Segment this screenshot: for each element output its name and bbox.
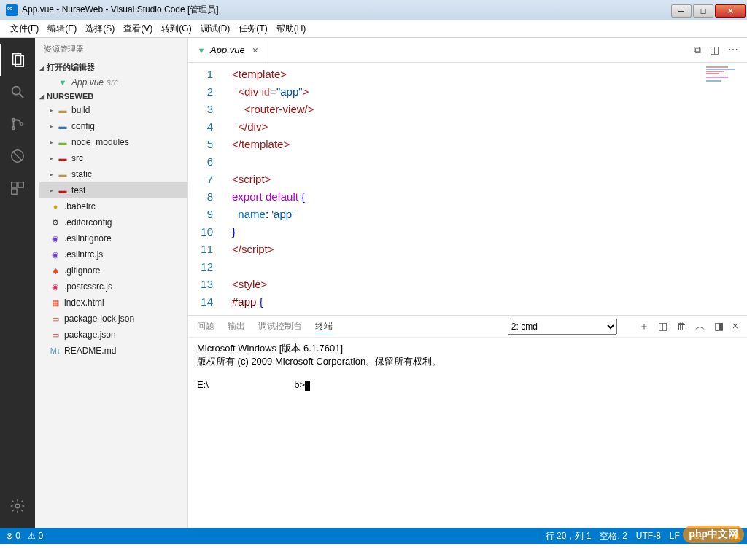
file-icon: ●	[50, 201, 61, 211]
editor-area: ▼ App.vue × ⧉ ◫ ⋯ 1234567891011121314 <t…	[188, 38, 747, 528]
vue-file-icon: ▼	[196, 45, 207, 55]
panel-tab-problems[interactable]: 问题	[197, 320, 214, 332]
file-package-lock[interactable]: ▭package-lock.json	[39, 311, 187, 327]
file-icon: ◉	[50, 233, 61, 244]
status-indent[interactable]: 空格: 2	[600, 530, 627, 542]
file-package[interactable]: ▭package.json	[39, 327, 187, 343]
svg-point-12	[15, 504, 20, 508]
menu-file[interactable]: 文件(F)	[6, 21, 43, 36]
vscode-icon	[6, 4, 18, 16]
terminal-cursor	[305, 381, 310, 391]
file-icon: ⚙	[50, 217, 61, 228]
bottom-panel: 问题 输出 调试控制台 终端 2: cmd ＋ ◫ 🗑 ︿ ◨ × Micros…	[188, 315, 747, 528]
svg-rect-11	[12, 189, 17, 194]
file-icon: ▭	[50, 314, 61, 324]
panel-tab-debug-console[interactable]: 调试控制台	[258, 320, 302, 332]
folder-node-modules[interactable]: ▸▬node_modules	[39, 134, 187, 150]
menu-view[interactable]: 查看(V)	[119, 21, 157, 36]
svg-line-8	[13, 152, 23, 161]
file-postcssrc[interactable]: ◉.postcssrc.js	[39, 279, 187, 295]
folder-icon: ▬	[57, 121, 69, 131]
file-icon: ▭	[50, 330, 61, 340]
status-warnings[interactable]: ⚠ 0	[28, 531, 43, 541]
folder-test[interactable]: ▸▬test	[39, 182, 187, 198]
folder-config[interactable]: ▸▬config	[39, 118, 187, 134]
status-eol[interactable]: LF	[670, 531, 680, 541]
svg-point-4	[12, 119, 15, 122]
open-editor-item[interactable]: ▼ App.vue src	[39, 74, 187, 90]
settings-gear-icon[interactable]	[0, 490, 35, 522]
file-editorconfig[interactable]: ⚙.editorconfig	[39, 214, 187, 230]
maximize-button[interactable]: □	[693, 4, 713, 18]
svg-point-2	[12, 87, 20, 95]
kill-terminal-icon[interactable]: 🗑	[676, 320, 686, 333]
line-gutter: 1234567891011121314	[188, 63, 225, 315]
explorer-icon[interactable]	[0, 44, 35, 76]
status-line-col[interactable]: 行 20，列 1	[546, 530, 592, 542]
code-editor[interactable]: 1234567891011121314 <template> <div id="…	[188, 63, 747, 315]
tab-label: App.vue	[210, 44, 245, 55]
extensions-icon[interactable]	[0, 172, 35, 204]
toggle-panel-icon[interactable]: ◨	[714, 320, 724, 333]
file-eslintrc[interactable]: ◉.eslintrc.js	[39, 246, 187, 262]
git-icon[interactable]	[0, 108, 35, 140]
editor-tabs: ▼ App.vue × ⧉ ◫ ⋯	[188, 38, 747, 63]
split-terminal-icon[interactable]: ◫	[658, 320, 667, 333]
maximize-panel-icon[interactable]: ︿	[695, 320, 705, 333]
file-index-html[interactable]: ▦index.html	[39, 295, 187, 311]
panel-tab-terminal[interactable]: 终端	[315, 320, 333, 333]
split-editor-icon[interactable]: ◫	[710, 44, 719, 56]
close-panel-icon[interactable]: ×	[732, 320, 738, 333]
panel-tab-output[interactable]: 输出	[228, 320, 245, 332]
minimap[interactable]	[706, 66, 743, 102]
open-editor-name: App.vue	[71, 77, 104, 88]
folder-icon: ▬	[57, 153, 69, 163]
status-errors[interactable]: ⊗ 0	[6, 531, 20, 541]
explorer-sidebar: 资源管理器 ◢打开的编辑器 ▼ App.vue src ◢NURSEWEB ▸▬…	[35, 38, 188, 528]
debug-icon[interactable]	[0, 140, 35, 172]
menu-tasks[interactable]: 任务(T)	[234, 21, 271, 36]
search-icon[interactable]	[0, 76, 35, 108]
file-icon: M↓	[50, 346, 61, 356]
split-right-icon[interactable]: ⧉	[694, 44, 701, 56]
folder-icon: ▬	[57, 185, 69, 195]
minimize-button[interactable]: ─	[671, 4, 692, 18]
close-window-button[interactable]: ✕	[715, 4, 746, 18]
menu-select[interactable]: 选择(S)	[81, 21, 119, 36]
file-icon: ◉	[50, 249, 61, 260]
open-editors-header[interactable]: ◢打开的编辑器	[35, 61, 187, 74]
tab-app-vue[interactable]: ▼ App.vue ×	[188, 38, 266, 63]
window-titlebar: App.vue - NurseWeb - Visual Studio Code …	[0, 0, 747, 20]
vue-file-icon: ▼	[57, 77, 69, 88]
more-actions-icon[interactable]: ⋯	[728, 44, 738, 56]
folder-static[interactable]: ▸▬static	[39, 166, 187, 182]
file-babelrc[interactable]: ●.babelrc	[39, 198, 187, 214]
folder-icon: ▬	[57, 169, 69, 179]
new-terminal-icon[interactable]: ＋	[639, 320, 649, 333]
menu-bar: 文件(F) 编辑(E) 选择(S) 查看(V) 转到(G) 调试(D) 任务(T…	[0, 20, 747, 38]
menu-debug[interactable]: 调试(D)	[196, 21, 235, 36]
project-header[interactable]: ◢NURSEWEB	[35, 90, 187, 102]
file-gitignore[interactable]: ◆.gitignore	[39, 262, 187, 279]
file-readme[interactable]: M↓README.md	[39, 343, 187, 359]
folder-src[interactable]: ▸▬src	[39, 150, 187, 166]
folder-icon: ▬	[57, 137, 69, 147]
terminal[interactable]: Microsoft Windows [版本 6.1.7601] 版权所有 (c)…	[188, 338, 747, 528]
file-icon: ◉	[50, 281, 61, 292]
close-tab-icon[interactable]: ×	[252, 44, 258, 56]
status-bar: ⊗ 0 ⚠ 0 行 20，列 1 空格: 2 UTF-8 LF Vue ☺ 🔔 …	[0, 528, 747, 544]
folder-build[interactable]: ▸▬build	[39, 102, 187, 118]
menu-help[interactable]: 帮助(H)	[272, 21, 311, 36]
menu-edit[interactable]: 编辑(E)	[43, 21, 81, 36]
terminal-selector[interactable]: 2: cmd	[508, 319, 617, 335]
window-title: App.vue - NurseWeb - Visual Studio Code …	[22, 4, 219, 16]
file-eslintignore[interactable]: ◉.eslintignore	[39, 230, 187, 246]
activity-bar	[0, 38, 35, 528]
code-content[interactable]: <template> <div id="app"> <router-view/>…	[225, 63, 747, 315]
svg-rect-9	[12, 182, 17, 187]
status-encoding[interactable]: UTF-8	[636, 531, 661, 541]
svg-line-3	[20, 94, 24, 98]
open-editor-path: src	[107, 77, 118, 88]
menu-goto[interactable]: 转到(G)	[157, 21, 196, 36]
svg-rect-10	[18, 182, 23, 187]
